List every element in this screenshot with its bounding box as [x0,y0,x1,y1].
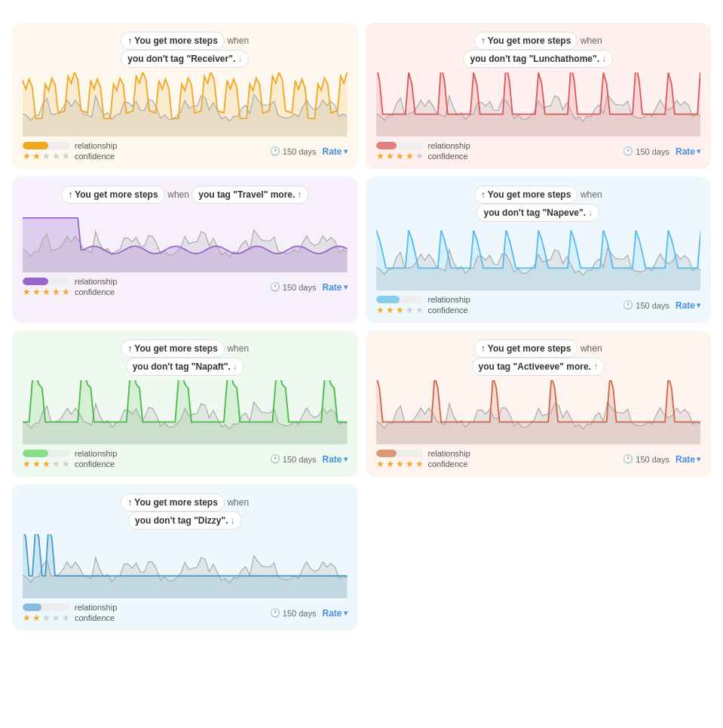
clock-icon: 🕐 [270,282,280,292]
star[interactable]: ★ [376,459,384,469]
days-badge: 🕐 150 days [270,146,317,156]
star-rating[interactable]: ★★★★★ [23,151,70,161]
insight-card-activeeve: ↑ You get more steps when you tag "Activ… [366,330,712,477]
card-header: ↑ You get more steps when you don't tag … [23,32,348,68]
star[interactable]: ★ [52,287,60,297]
insight-card-napeve: ↑ You get more steps when you don't tag … [366,177,712,323]
star[interactable]: ★ [386,459,394,469]
relationship-label: relationship [75,449,117,458]
star-rating[interactable]: ★★★★★ [376,305,424,315]
star[interactable]: ★ [23,613,31,623]
footer-meta: relationship ★★★★★ confidence [376,295,470,315]
relationship-bar-fill [376,142,397,149]
relationship-bar [23,278,69,285]
steps-badge: ↑ You get more steps [474,32,577,50]
steps-badge: ↑ You get more steps [121,32,224,50]
star[interactable]: ★ [23,287,31,297]
rate-label[interactable]: Rate [676,454,695,465]
rate-button[interactable]: Rate ▾ [322,146,347,157]
star[interactable]: ★ [396,305,404,315]
star[interactable]: ★ [42,151,51,161]
footer-meta: relationship ★★★★★ confidence [23,277,117,297]
footer-right: 🕐 150 days Rate ▾ [623,146,700,157]
star[interactable]: ★ [62,613,70,623]
relationship-label: relationship [428,449,470,458]
rate-label[interactable]: Rate [676,300,695,311]
relationship-bar [376,296,423,303]
star[interactable]: ★ [376,151,384,161]
rate-label[interactable]: Rate [322,608,342,619]
star[interactable]: ★ [23,151,31,161]
relationship-label: relationship [428,141,470,150]
footer-right: 🕐 150 days Rate ▾ [270,146,348,157]
rate-button[interactable]: Rate ▾ [676,454,700,465]
relationship-bar-fill [376,450,397,457]
rate-button[interactable]: Rate ▾ [322,608,347,619]
star[interactable]: ★ [406,459,414,469]
star-rating[interactable]: ★★★★★ [23,459,70,469]
condition-badge: you don't tag "Receiver". ↓ [121,50,249,68]
relationship-bar [376,450,423,457]
star-rating[interactable]: ★★★★★ [376,151,424,161]
star[interactable]: ★ [32,613,41,623]
star[interactable]: ★ [42,287,51,297]
star[interactable]: ★ [406,151,414,161]
rate-button[interactable]: Rate ▾ [676,146,700,157]
star[interactable]: ★ [386,151,394,161]
star[interactable]: ★ [62,151,70,161]
star[interactable]: ★ [406,305,414,315]
rate-label[interactable]: Rate [322,146,342,157]
confidence-label: confidence [75,613,117,622]
rate-button[interactable]: Rate ▾ [322,454,347,465]
days-badge: 🕐 150 days [270,282,317,292]
confidence-label: confidence [428,306,470,315]
days-text: 150 days [283,147,317,156]
star[interactable]: ★ [396,151,404,161]
star[interactable]: ★ [62,287,70,297]
clock-icon: 🕐 [270,454,280,464]
card-header: ↑ You get more steps when you don't tag … [376,32,701,68]
star[interactable]: ★ [52,459,60,469]
card-footer: relationship ★★★★★ confidence 🕐 150 days… [23,277,348,297]
steps-badge: ↑ You get more steps [121,339,224,358]
star[interactable]: ★ [415,459,424,469]
star[interactable]: ★ [42,459,51,469]
card-footer: relationship ★★★★★ confidence 🕐 150 days… [23,449,348,469]
star[interactable]: ★ [32,287,41,297]
days-badge: 🕐 150 days [623,146,669,156]
rate-label[interactable]: Rate [322,454,342,465]
chart-area [23,534,348,598]
star-rating[interactable]: ★★★★★ [23,613,70,623]
star[interactable]: ★ [52,613,60,623]
star[interactable]: ★ [52,151,60,161]
rate-button[interactable]: Rate ▾ [676,300,700,311]
star[interactable]: ★ [32,151,41,161]
rate-label[interactable]: Rate [676,146,695,157]
days-badge: 🕐 150 days [270,454,317,464]
clock-icon: 🕐 [270,608,280,618]
star-rating[interactable]: ★★★★★ [376,459,424,469]
footer-meta: relationship ★★★★★ confidence [23,449,117,469]
rate-label[interactable]: Rate [322,282,342,293]
clock-icon: 🕐 [623,146,633,156]
chevron-down-icon: ▾ [697,301,700,309]
star[interactable]: ★ [415,151,424,161]
rate-button[interactable]: Rate ▾ [322,282,347,293]
star[interactable]: ★ [376,305,384,315]
days-text: 150 days [636,301,669,310]
card-header: ↑ You get more steps when you don't tag … [23,493,348,530]
star[interactable]: ★ [42,613,51,623]
star[interactable]: ★ [415,305,424,315]
confidence-label: confidence [75,152,117,161]
relationship-bar [23,142,69,149]
star[interactable]: ★ [32,459,41,469]
star[interactable]: ★ [23,459,31,469]
condition-badge: you tag "Activeeve" more. ↑ [472,358,605,376]
footer-right: 🕐 150 days Rate ▾ [623,300,700,311]
star[interactable]: ★ [62,459,70,469]
star-rating[interactable]: ★★★★★ [23,287,70,297]
star[interactable]: ★ [396,459,404,469]
footer-right: 🕐 150 days Rate ▾ [270,282,348,293]
relationship-bar [23,450,69,457]
star[interactable]: ★ [386,305,394,315]
